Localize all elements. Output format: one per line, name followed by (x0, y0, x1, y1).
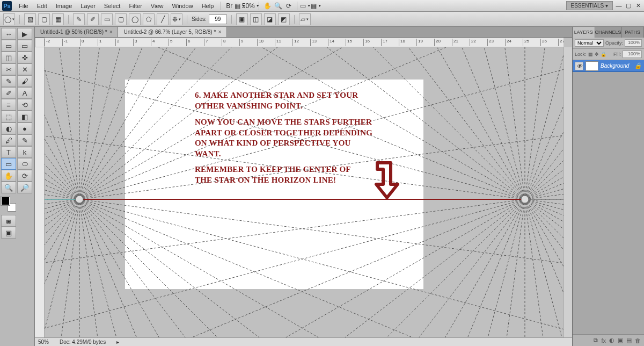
hand-tool[interactable]: ✋ (1, 170, 16, 182)
paths-icon[interactable]: ▢ (38, 13, 50, 25)
tab-layers[interactable]: LAYERS (573, 27, 595, 38)
fill-pixels-icon[interactable]: ▦ (52, 13, 64, 25)
quick-mask-tool[interactable]: ◙ (1, 215, 16, 227)
menu-image[interactable]: Image (52, 1, 76, 11)
ellipse-shape-icon[interactable]: ◯ (129, 13, 141, 25)
screen-mode-icon[interactable]: ▭▼ (301, 1, 310, 11)
canvas-viewport[interactable]: 6. MAKE ANOTHER STAR AND SET YOUR OTHER … (45, 47, 564, 337)
style-picker-icon[interactable]: ▱▾ (299, 13, 311, 25)
status-arrow-icon[interactable]: ▸ (116, 339, 119, 345)
menu-filter[interactable]: Filter (125, 1, 145, 11)
layer-style-icon[interactable]: fx (601, 337, 606, 344)
layer-mask-icon[interactable]: ◐ (609, 337, 614, 344)
document-tab-2[interactable]: Untitled-2 @ 66.7% (Layer 5, RGB/8) *× (118, 27, 227, 37)
bridge-icon[interactable]: Br (224, 1, 234, 11)
menu-window[interactable]: Window (169, 1, 197, 11)
link-layers-icon[interactable]: ⧉ (594, 337, 598, 344)
blend-mode-select[interactable]: Normal (575, 39, 604, 47)
hand-tool-icon[interactable]: ✋ (262, 1, 272, 11)
new-layer-icon[interactable]: ▤ (626, 337, 632, 344)
status-zoom[interactable]: 50% (38, 339, 49, 345)
lock-pixels-icon[interactable]: ▦ (588, 52, 593, 57)
ruler-vertical[interactable] (35, 47, 45, 337)
opacity-input[interactable]: 100% (625, 39, 642, 47)
fill-input[interactable]: 100% (623, 51, 642, 58)
brush-tool[interactable]: ✎ (1, 75, 16, 87)
foreground-color[interactable] (1, 197, 10, 205)
minimize-icon[interactable]: — (615, 2, 623, 10)
zoom-tool[interactable]: 🔍 (1, 182, 16, 193)
dodge-tool[interactable]: ◐ (1, 122, 16, 134)
combine-mode-3-icon[interactable]: ◪ (264, 13, 276, 25)
pen-tool[interactable]: 🖊 (1, 134, 16, 146)
move-tool[interactable]: ↔ (1, 28, 16, 40)
new-group-icon[interactable]: ▣ (618, 337, 623, 344)
delete-layer-icon[interactable]: 🗑 (635, 337, 641, 344)
ellipse-tool[interactable]: ⬭ (17, 158, 32, 170)
ruler-horizontal[interactable]: -2-1012345678910111213141516171819202122… (45, 38, 564, 47)
type-tool[interactable]: T (1, 146, 16, 158)
tab-close-icon[interactable]: × (218, 29, 221, 35)
visibility-toggle-icon[interactable]: 👁 (575, 62, 583, 70)
combine-mode-4-icon[interactable]: ◩ (278, 13, 290, 25)
magnify-tool[interactable]: 🔎 (17, 182, 32, 193)
gradient-tool[interactable]: ≡ (1, 99, 16, 111)
rectangle-shape-icon[interactable]: ▭ (101, 13, 113, 25)
direct-select-tool[interactable]: A (17, 87, 32, 99)
crop-tool[interactable]: ◫ (1, 52, 16, 63)
close-icon[interactable]: ✕ (634, 2, 642, 10)
rounded-rect-icon[interactable]: ▢ (115, 13, 127, 25)
workspace-switcher[interactable]: ESSENTIALS ▾ (566, 1, 613, 10)
freeform-pen-icon[interactable]: ✐ (87, 13, 99, 25)
layer-row-background[interactable]: 👁 Background 🔒 (573, 60, 644, 72)
sides-input[interactable] (209, 15, 227, 24)
rotate-view-tool[interactable]: ⟳ (17, 170, 32, 182)
vanishing-point-right[interactable] (521, 196, 529, 203)
blur-tool[interactable]: ⬚ (1, 111, 16, 122)
rotate-view-icon[interactable]: ⟳ (284, 1, 294, 11)
menu-view[interactable]: View (147, 1, 167, 11)
vanishing-point-left[interactable] (76, 196, 83, 203)
menu-file[interactable]: File (15, 1, 32, 11)
document-tab-1[interactable]: Untitled-1 @ 50% (RGB/8) *× (35, 27, 118, 37)
line-shape-icon[interactable]: ╱ (157, 13, 169, 25)
shape-layers-icon[interactable]: ▧ (24, 13, 36, 25)
scrollbar-vertical[interactable] (564, 47, 572, 337)
3d-tool[interactable]: k (17, 146, 32, 158)
screen-mode-tool[interactable]: ▣ (1, 227, 16, 239)
marquee-tool[interactable]: ▭ (1, 40, 16, 52)
zoom-tool-icon[interactable]: 🔍 (273, 1, 283, 11)
eraser-tool[interactable]: ◧ (17, 111, 32, 122)
lasso-tool[interactable]: ▭ (17, 40, 32, 52)
color-swatches[interactable] (1, 197, 16, 212)
tool-preset-icon[interactable]: ◯▾ (3, 13, 15, 25)
tab-paths[interactable]: PATHS (622, 27, 644, 38)
menu-help[interactable]: Help (198, 1, 218, 11)
shape-tool[interactable]: ▭ (1, 158, 16, 170)
smudge-tool[interactable]: ● (17, 122, 32, 134)
tab-channels[interactable]: CHANNELS (595, 27, 622, 38)
lock-all-icon[interactable]: 🔒 (601, 52, 606, 57)
path-select-tool[interactable]: ▶ (17, 28, 32, 40)
combine-mode-1-icon[interactable]: ▣ (236, 13, 248, 25)
history-brush-tool[interactable]: 🖌 (17, 75, 32, 87)
status-doc-size[interactable]: Doc: 4.29M/0 bytes (60, 339, 106, 345)
maximize-icon[interactable]: ▢ (625, 2, 632, 10)
tab-close-icon[interactable]: × (109, 29, 113, 35)
extras-icon[interactable]: ▦▼ (311, 1, 321, 11)
ruler-origin[interactable] (35, 38, 45, 47)
custom-shape-icon[interactable]: ❉▾ (171, 13, 182, 25)
clone-tool[interactable]: ⟲ (17, 99, 32, 111)
pen-tool-icon[interactable]: ✎ (73, 13, 85, 25)
healing-tool[interactable]: ✕ (17, 63, 32, 75)
combine-mode-2-icon[interactable]: ◫ (250, 13, 262, 25)
menu-edit[interactable]: Edit (33, 1, 51, 11)
pencil-tool[interactable]: ✐ (1, 87, 16, 99)
polygon-shape-icon[interactable]: ⬠ (143, 13, 155, 25)
menu-select[interactable]: Select (100, 1, 125, 11)
eyedropper-tool[interactable]: ✜ (17, 52, 32, 63)
menu-layer[interactable]: Layer (77, 1, 99, 11)
note-tool[interactable]: ✎ (17, 134, 32, 146)
zoom-level-dropdown[interactable]: 50%▼ (246, 1, 255, 11)
layer-thumbnail[interactable] (586, 61, 598, 71)
